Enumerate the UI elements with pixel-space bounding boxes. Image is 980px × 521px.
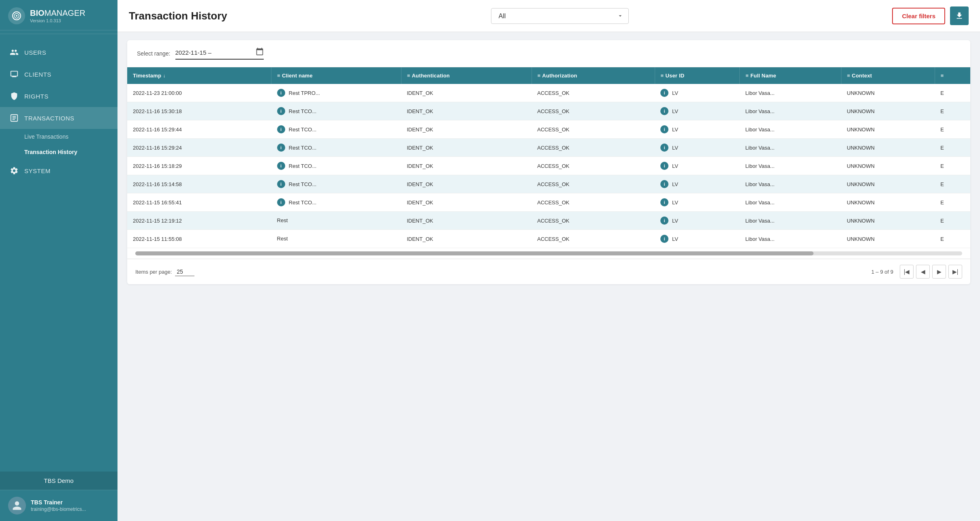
user-info-badge[interactable]: i <box>660 235 668 243</box>
col-user-id[interactable]: ≡ User ID <box>655 67 740 84</box>
user-info-badge[interactable]: i <box>660 125 668 133</box>
date-range-input[interactable] <box>175 49 252 56</box>
filter-area: All <box>234 8 886 24</box>
last-page-button[interactable]: ▶| <box>948 265 962 279</box>
user-area: TBS Trainer training@tbs-biometrics... <box>0 490 117 521</box>
col-extra[interactable]: ≡ <box>935 67 970 84</box>
user-info-badge[interactable]: i <box>660 198 668 206</box>
cell-authorization: ACCESS_OK <box>532 139 655 157</box>
per-page-select[interactable]: 25 50 100 <box>175 268 194 276</box>
system-icon <box>10 166 19 175</box>
cell-client-name: Rest <box>271 231 401 247</box>
sidebar-item-history-label: Transaction History <box>24 149 77 155</box>
download-button[interactable] <box>950 6 969 25</box>
sidebar-item-clients-label: CLIENTS <box>24 71 51 78</box>
cell-timestamp: 2022-11-15 12:19:12 <box>127 212 271 230</box>
calendar-icon[interactable] <box>256 47 264 57</box>
table-row[interactable]: 2022-11-15 12:19:12RestIDENT_OKACCESS_OK… <box>127 212 970 230</box>
cell-full-name: Libor Vasa... <box>740 175 841 193</box>
horizontal-scrollbar[interactable] <box>135 251 962 255</box>
table-row[interactable]: 2022-11-16 15:29:44iRest TCO...IDENT_OKA… <box>127 120 970 139</box>
table-row[interactable]: 2022-11-15 11:55:08RestIDENT_OKACCESS_OK… <box>127 230 970 248</box>
table-row[interactable]: 2022-11-16 15:30:18iRest TCO...IDENT_OKA… <box>127 102 970 120</box>
cell-context: UNKNOWN <box>841 139 935 157</box>
user-info-badge[interactable]: i <box>660 144 668 152</box>
cell-authorization: ACCESS_OK <box>532 84 655 102</box>
col-client-name[interactable]: ≡ Client name <box>271 67 401 84</box>
first-page-button[interactable]: |◀ <box>900 265 914 279</box>
monitor-icon <box>10 70 19 79</box>
user-info-badge[interactable]: i <box>660 107 668 115</box>
table-row[interactable]: 2022-11-23 21:00:00iRest TPRO...IDENT_OK… <box>127 84 970 102</box>
cell-extra: E <box>935 120 970 139</box>
filter-select[interactable]: All <box>491 8 629 24</box>
scroll-thumb[interactable] <box>135 251 813 255</box>
table-row[interactable]: 2022-11-16 15:14:58iRest TCO...IDENT_OKA… <box>127 175 970 193</box>
sidebar-item-transaction-history[interactable]: Transaction History <box>0 144 117 160</box>
sidebar-item-live-label: Live Transactions <box>24 133 68 140</box>
client-info-badge[interactable]: i <box>277 180 285 188</box>
table-row[interactable]: 2022-11-16 15:29:24iRest TCO...IDENT_OKA… <box>127 139 970 157</box>
cell-user-id: iLV <box>655 157 740 175</box>
client-info-badge[interactable]: i <box>277 144 285 152</box>
pagination: 1 – 9 of 9 |◀ ◀ ▶ ▶| <box>871 265 962 279</box>
prev-page-button[interactable]: ◀ <box>916 265 930 279</box>
page-info: 1 – 9 of 9 <box>871 269 893 275</box>
next-page-button[interactable]: ▶ <box>932 265 946 279</box>
cell-full-name: Libor Vasa... <box>740 212 841 230</box>
col-context[interactable]: ≡ Context <box>841 67 935 84</box>
clear-filters-button[interactable]: Clear filters <box>892 8 945 24</box>
cell-context: UNKNOWN <box>841 230 935 248</box>
cell-extra: E <box>935 157 970 175</box>
client-info-badge[interactable]: i <box>277 198 285 206</box>
col-full-name[interactable]: ≡ Full Name <box>740 67 841 84</box>
cell-timestamp: 2022-11-16 15:14:58 <box>127 175 271 193</box>
sidebar-item-rights[interactable]: RIGHTS <box>0 85 117 107</box>
filter-icon-context: ≡ <box>847 73 850 79</box>
client-info-badge[interactable]: i <box>277 107 285 115</box>
cell-client-name: iRest TCO... <box>271 157 401 175</box>
cell-authentication: IDENT_OK <box>401 230 532 248</box>
cell-extra: E <box>935 102 970 120</box>
user-info-badge[interactable]: i <box>660 89 668 97</box>
sidebar-item-users[interactable]: USERS <box>0 41 117 63</box>
client-info-badge[interactable]: i <box>277 162 285 170</box>
table-row[interactable]: 2022-11-16 15:18:29iRest TCO...IDENT_OKA… <box>127 157 970 175</box>
client-info-badge[interactable]: i <box>277 125 285 133</box>
sidebar-item-system[interactable]: SYSTEM <box>0 160 117 182</box>
user-info-badge[interactable]: i <box>660 180 668 188</box>
cell-extra: E <box>935 230 970 248</box>
sidebar-item-transactions[interactable]: TRANSACTIONS <box>0 107 117 129</box>
sidebar-item-live-transactions[interactable]: Live Transactions <box>0 129 117 144</box>
sidebar-item-clients[interactable]: CLIENTS <box>0 63 117 85</box>
cell-authentication: IDENT_OK <box>401 157 532 175</box>
cell-authentication: IDENT_OK <box>401 102 532 120</box>
cell-timestamp: 2022-11-16 15:29:24 <box>127 139 271 157</box>
cell-authentication: IDENT_OK <box>401 212 532 230</box>
cell-user-id: iLV <box>655 230 740 248</box>
user-name: TBS Trainer <box>31 499 86 506</box>
client-info-badge[interactable]: i <box>277 89 285 97</box>
items-per-page: Items per page: 25 50 100 <box>135 268 194 276</box>
user-info-badge[interactable]: i <box>660 162 668 170</box>
col-authentication[interactable]: ≡ Authentication <box>401 67 532 84</box>
date-range-input-wrap[interactable] <box>175 47 264 60</box>
cell-full-name: Libor Vasa... <box>740 84 841 102</box>
cell-full-name: Libor Vasa... <box>740 157 841 175</box>
cell-user-id: iLV <box>655 120 740 138</box>
table-row[interactable]: 2022-11-15 16:55:41iRest TCO...IDENT_OKA… <box>127 193 970 212</box>
table-card: Select range: <box>127 40 970 284</box>
sidebar-nav: USERS CLIENTS RIGHTS TRANSACTIONS Live <box>0 37 117 472</box>
cell-authorization: ACCESS_OK <box>532 193 655 212</box>
cell-timestamp: 2022-11-16 15:29:44 <box>127 120 271 139</box>
cell-extra: E <box>935 193 970 212</box>
cell-full-name: Libor Vasa... <box>740 230 841 248</box>
cell-user-id: iLV <box>655 102 740 120</box>
cell-extra: E <box>935 139 970 157</box>
header-actions: Clear filters <box>892 6 969 25</box>
user-info-badge[interactable]: i <box>660 217 668 225</box>
logo-name: BIOMANAGER <box>30 9 85 18</box>
col-authorization[interactable]: ≡ Authorization <box>532 67 655 84</box>
transactions-table: Timestamp ↓ ≡ Client name <box>127 67 970 248</box>
col-timestamp[interactable]: Timestamp ↓ <box>127 67 271 84</box>
